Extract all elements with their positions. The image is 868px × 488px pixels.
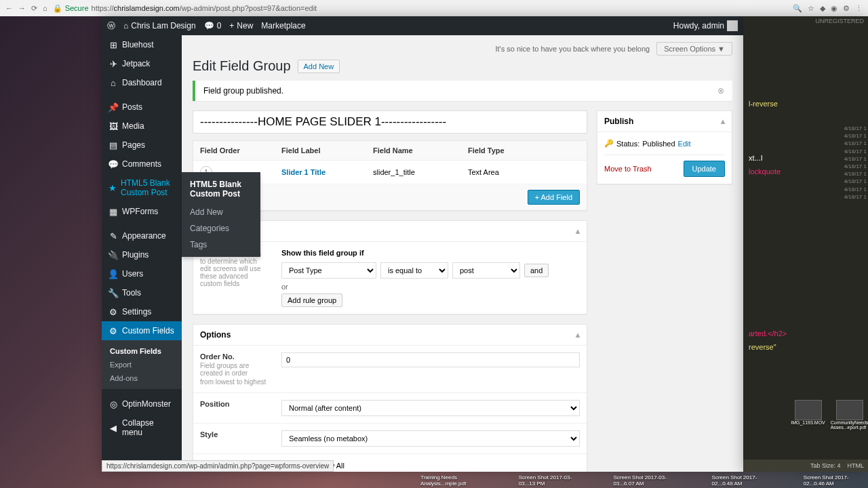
- status-value: Published: [642, 140, 675, 148]
- publish-postbox: Publish ▴ 🔑 Status: Published Edit: [597, 110, 732, 184]
- field-name: slider_1_title: [366, 163, 461, 182]
- tools-icon: 🔧: [108, 288, 118, 298]
- sidebar-collapse[interactable]: ◀Collapse menu: [102, 413, 182, 442]
- menu-icon[interactable]: ⋮: [855, 4, 863, 13]
- sidebar-item-pages[interactable]: ▤Pages: [102, 136, 182, 155]
- back-icon[interactable]: ←: [5, 4, 13, 12]
- forms-icon: ▦: [108, 207, 118, 216]
- reload-icon[interactable]: ⟳: [31, 4, 37, 13]
- add-field-button[interactable]: + Add Field: [528, 190, 580, 205]
- order-no-input[interactable]: [281, 352, 580, 367]
- publish-header[interactable]: Publish ▴: [597, 111, 732, 132]
- group-title-input[interactable]: [193, 110, 587, 134]
- sidebar-item-appearance[interactable]: ✎Appearance: [102, 226, 182, 245]
- sidebar-item-custom-fields[interactable]: ⚙Custom Fields: [102, 321, 182, 340]
- dock-file[interactable]: Training Needs Analysis...mple.pdf: [420, 474, 492, 487]
- style-select[interactable]: Seamless (no metabox): [281, 430, 580, 447]
- sidebar-item-jetpack[interactable]: ✈Jetpack: [102, 54, 182, 73]
- desktop-file[interactable]: IMG_1193.MOV: [789, 400, 827, 430]
- add-rule-group-button[interactable]: Add rule group: [281, 293, 342, 307]
- sidebar-item-media[interactable]: 🖼Media: [102, 117, 182, 136]
- flyout-head[interactable]: HTML5 Blank Custom Post: [182, 176, 260, 204]
- sidebar-item-posts[interactable]: 📌Posts: [102, 98, 182, 117]
- flyout-categories[interactable]: Categories: [182, 220, 260, 237]
- page-title: Edit Field Group: [193, 58, 291, 74]
- wp-content: It's so nice to have you back where you …: [182, 35, 743, 472]
- toggle-icon[interactable]: ▴: [721, 117, 725, 126]
- toggle-icon[interactable]: ▴: [576, 330, 580, 340]
- options-header[interactable]: Options ▴: [193, 325, 587, 346]
- position-label: Position: [200, 400, 229, 408]
- edit-status-link[interactable]: Edit: [678, 140, 691, 148]
- wp-logo[interactable]: ⓦ: [107, 20, 115, 32]
- dock-file[interactable]: Screen Shot 2017-02...0.48 AM: [712, 474, 776, 487]
- dock-file[interactable]: Screen Shot 2017-03-03...6.07 AM: [614, 474, 685, 487]
- url-text: https://chrislamdesign.com/wp-admin/post…: [92, 4, 317, 12]
- dashboard-icon: ⌂: [108, 78, 118, 87]
- dismiss-notice-icon[interactable]: ⊗: [717, 86, 724, 96]
- dock-files: Training Needs Analysis...mple.pdf Scree…: [420, 474, 868, 488]
- tab-size[interactable]: Tab Size: 4: [810, 462, 841, 469]
- sidebar-item-plugins[interactable]: 🔌Plugins: [102, 245, 182, 264]
- welcome-text: It's so nice to have you back where you …: [495, 45, 650, 53]
- and-button[interactable]: and: [524, 264, 549, 277]
- sidebar-item-users[interactable]: 👤Users: [102, 264, 182, 283]
- position-select[interactable]: Normal (after content): [281, 400, 580, 416]
- sidebar-item-comments[interactable]: 💬Comments: [102, 155, 182, 174]
- rule-operator-select[interactable]: is equal to: [380, 262, 448, 279]
- move-to-trash-link[interactable]: Move to Trash: [604, 165, 652, 173]
- dock-file[interactable]: Screen Shot 2017-02...0.46 AM: [804, 474, 868, 487]
- comments-link[interactable]: 💬 0: [204, 21, 222, 30]
- site-link[interactable]: ⌂ Chris Lam Design: [123, 21, 196, 30]
- star-icon[interactable]: ☆: [808, 4, 814, 13]
- field-label-link[interactable]: Slider 1 Title: [281, 168, 326, 176]
- submenu-export[interactable]: Export: [102, 358, 182, 371]
- lang-mode[interactable]: HTML: [848, 462, 865, 469]
- forward-icon[interactable]: →: [18, 4, 26, 12]
- star-icon: ★: [108, 183, 117, 192]
- order-no-label: Order No.: [200, 352, 235, 361]
- settings-icon[interactable]: ⚙: [843, 4, 850, 13]
- home-icon[interactable]: ⌂: [43, 4, 47, 12]
- new-link[interactable]: + New: [229, 21, 253, 30]
- desktop-file[interactable]: CommunityNeeds Asses...eport.pdf: [831, 400, 868, 430]
- flyout-add-new[interactable]: Add New: [182, 204, 260, 220]
- fields-table-head: Field Order Field Label Field Name Field…: [193, 141, 587, 161]
- status-label: Status:: [616, 140, 639, 148]
- wp-adminbar: ⓦ ⌂ Chris Lam Design 💬 0 + New Marketpla…: [102, 16, 743, 35]
- plugin-icon: 🔌: [108, 250, 118, 260]
- add-new-button[interactable]: Add New: [298, 60, 340, 73]
- submenu-custom-fields-list[interactable]: Custom Fields: [102, 344, 182, 358]
- secure-label: Secure: [65, 4, 89, 12]
- update-button[interactable]: Update: [684, 161, 725, 177]
- options-postbox: Options ▴ Order No. Field groups are cre…: [193, 324, 587, 472]
- field-type: Text Area: [461, 163, 587, 182]
- sidebar-item-settings[interactable]: ⚙Settings: [102, 302, 182, 321]
- comments-icon: 💬: [108, 159, 118, 169]
- screen-options-button[interactable]: Screen Options ▼: [656, 42, 732, 56]
- sidebar-item-bluehost[interactable]: ⊞Bluehost: [102, 35, 182, 54]
- wp-sidebar: ⊞Bluehost ✈Jetpack ⌂Dashboard 📌Posts 🖼Me…: [102, 35, 182, 472]
- sidebar-dates: 4/18/17 14/18/17 14/18/17 14/18/17 14/18…: [844, 125, 867, 201]
- marketplace-link[interactable]: Marketplace: [261, 21, 305, 30]
- sidebar-item-tools[interactable]: 🔧Tools: [102, 283, 182, 302]
- flyout-tags[interactable]: Tags: [182, 237, 260, 253]
- rule-value-select[interactable]: post: [452, 262, 520, 279]
- submenu-addons[interactable]: Add-ons: [102, 371, 182, 385]
- rule-param-select[interactable]: Post Type: [281, 262, 376, 279]
- sidebar-item-dashboard[interactable]: ⌂Dashboard: [102, 73, 182, 92]
- howdy-link[interactable]: Howdy, admin: [673, 20, 738, 31]
- brush-icon: ✎: [108, 231, 118, 241]
- pin-icon: 📌: [108, 102, 118, 112]
- zoom-icon[interactable]: 🔍: [793, 4, 802, 13]
- gear-icon: ⚙: [108, 307, 118, 317]
- dock-file[interactable]: Screen Shot 2017-03-03...13 PM: [519, 474, 587, 487]
- sidebar-item-html5-blank[interactable]: ★HTML5 Blank Custom Post: [102, 174, 182, 202]
- toggle-icon[interactable]: ▴: [576, 226, 580, 236]
- ext1-icon[interactable]: ◆: [820, 4, 825, 13]
- sidebar-item-wpforms[interactable]: ▦WPForms: [102, 202, 182, 221]
- address-bar[interactable]: 🔒 Secure https://chrislamdesign.com/wp-a…: [53, 4, 787, 13]
- desktop-icons: IMG_1193.MOV CommunityNeeds Asses...epor…: [789, 400, 868, 430]
- ext2-icon[interactable]: ◉: [831, 4, 837, 13]
- sidebar-item-optinmonster[interactable]: ◎OptinMonster: [102, 394, 182, 413]
